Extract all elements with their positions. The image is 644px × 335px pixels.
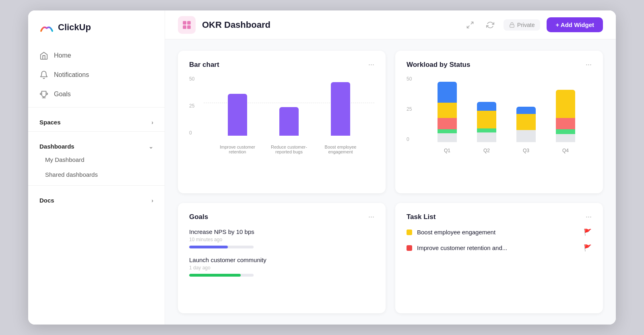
task-dot-retention <box>407 245 412 251</box>
q4-label: Q4 <box>562 148 569 153</box>
q2-label: Q2 <box>483 148 490 153</box>
task-dot-engagement <box>407 230 412 235</box>
sidebar-section-docs[interactable]: Docs › <box>28 189 165 206</box>
goal-item-community: Launch customer community 1 day ago <box>189 256 374 277</box>
sidebar-divider-1 <box>28 107 165 108</box>
q3-seg-yellow <box>516 114 536 130</box>
goal-community-name: Launch customer community <box>189 256 374 263</box>
q3-seg-blue <box>516 107 536 114</box>
q2-seg-gray <box>477 132 496 142</box>
q4-seg-red <box>556 118 575 129</box>
bar-bugs-label: Reduce customer-reported bugs <box>267 145 311 154</box>
bar-engagement-fill <box>331 82 350 136</box>
task-list-title: Task List <box>407 213 436 221</box>
y-label-50: 50 <box>189 76 194 82</box>
dashboards-label: Dashboards <box>39 143 74 150</box>
goal-nps-progress-fill <box>189 246 228 248</box>
sidebar-item-my-dashboard[interactable]: My Dashboard <box>28 152 165 167</box>
q2-seg-blue <box>477 102 496 111</box>
bar-bugs: Reduce customer-reported bugs <box>279 76 299 136</box>
private-badge[interactable]: Private <box>504 19 541 31</box>
add-widget-button[interactable]: + Add Widget <box>547 17 603 32</box>
sidebar-item-shared-dashboards[interactable]: Shared dashboards <box>28 167 165 182</box>
task-flag-retention: 🚩 <box>584 244 592 252</box>
w-y-label-50: 50 <box>407 76 412 82</box>
q4-stack <box>556 90 575 142</box>
svg-rect-4 <box>187 25 191 29</box>
sidebar-item-goals[interactable]: Goals <box>28 85 165 104</box>
workload-q1: Q1 <box>438 76 457 142</box>
notifications-label: Notifications <box>54 71 89 79</box>
bar-chart-menu-icon[interactable]: ··· <box>368 60 374 69</box>
workload-title: Workload by Status <box>407 61 470 69</box>
workload-q2: Q2 <box>477 76 496 142</box>
task-name-retention: Improve customer retention and... <box>417 244 579 251</box>
bar-chart-y-labels: 50 25 0 <box>189 76 194 136</box>
spaces-label: Spaces <box>39 119 61 126</box>
bell-icon <box>39 70 48 79</box>
task-list: Boost employee engagement 🚩 Improve cust… <box>407 228 592 252</box>
goals-menu-icon[interactable]: ··· <box>368 213 374 221</box>
q1-seg-green <box>438 129 457 133</box>
sidebar-section-dashboards[interactable]: Dashboards ⌄ <box>28 135 165 152</box>
logo-area: ClickUp <box>28 20 165 46</box>
q2-seg-green <box>477 128 496 132</box>
goal-community-progress-fill <box>189 274 241 277</box>
goals-header: Goals ··· <box>189 213 374 221</box>
svg-rect-5 <box>510 25 514 27</box>
task-list-header: Task List ··· <box>407 213 592 221</box>
workload-bars: Q1 Q2 <box>421 76 592 142</box>
q3-label: Q3 <box>523 148 529 153</box>
dashboard-icon-box <box>178 16 196 34</box>
y-label-25: 25 <box>189 103 194 109</box>
task-item-retention: Improve customer retention and... 🚩 <box>407 244 592 252</box>
sidebar-divider-3 <box>28 185 165 186</box>
task-list-menu-icon[interactable]: ··· <box>586 213 592 221</box>
refresh-icon-btn[interactable] <box>483 18 497 32</box>
y-label-0: 0 <box>189 130 194 136</box>
q1-seg-gray <box>438 133 457 142</box>
q1-stack <box>438 82 457 142</box>
shared-dashboards-label: Shared dashboards <box>45 171 98 178</box>
svg-rect-2 <box>187 21 191 25</box>
sidebar-item-home[interactable]: Home <box>28 46 165 65</box>
bar-chart-title: Bar chart <box>189 61 219 69</box>
q3-stack <box>516 107 536 142</box>
q2-seg-yellow <box>477 111 496 128</box>
sidebar-section-spaces[interactable]: Spaces › <box>28 111 165 128</box>
workload-header: Workload by Status ··· <box>407 60 592 69</box>
spaces-chevron-icon: › <box>151 119 153 126</box>
sidebar-item-notifications[interactable]: Notifications <box>28 65 165 85</box>
goals-label: Goals <box>54 91 71 98</box>
goal-community-label: Launch customer community <box>189 256 266 263</box>
bar-improve: Improve customer retention <box>228 76 247 136</box>
private-label: Private <box>517 22 535 28</box>
q3-seg-gray <box>516 130 536 142</box>
dashboards-chevron-icon: ⌄ <box>149 143 153 150</box>
w-y-label-25: 25 <box>407 106 412 112</box>
goal-community-meta: 1 day ago <box>189 265 374 271</box>
q2-stack <box>477 102 496 142</box>
workload-q4: Q4 <box>556 76 575 142</box>
topbar-actions: Private + Add Widget <box>463 17 603 32</box>
goals-widget: Goals ··· Increase NPS by 10 bps 10 minu… <box>178 203 386 313</box>
goal-nps-meta: 10 minutes ago <box>189 237 374 242</box>
workload-menu-icon[interactable]: ··· <box>586 60 592 69</box>
bar-engagement: Boost employee engagement <box>331 76 350 136</box>
clickup-logo-icon <box>39 20 54 35</box>
expand-icon-btn[interactable] <box>463 18 477 32</box>
bar-improve-label: Improve customer retention <box>217 145 258 154</box>
svg-rect-3 <box>183 25 186 29</box>
docs-label: Docs <box>39 197 54 204</box>
trophy-icon <box>39 90 48 99</box>
q4-seg-gray <box>556 134 575 142</box>
goals-widget-title: Goals <box>189 213 208 221</box>
goal-nps-name: Increase NPS by 10 bps <box>189 228 374 235</box>
page-title: OKR Dashboard <box>202 20 457 30</box>
home-label: Home <box>54 52 71 59</box>
workload-y-labels: 50 25 0 <box>407 76 412 142</box>
bar-chart-bars: Improve customer retention Reduce custom… <box>204 76 374 136</box>
bar-chart-header: Bar chart ··· <box>189 60 374 69</box>
workload-widget: Workload by Status ··· 50 25 0 <box>395 51 603 193</box>
q4-seg-green <box>556 129 575 134</box>
